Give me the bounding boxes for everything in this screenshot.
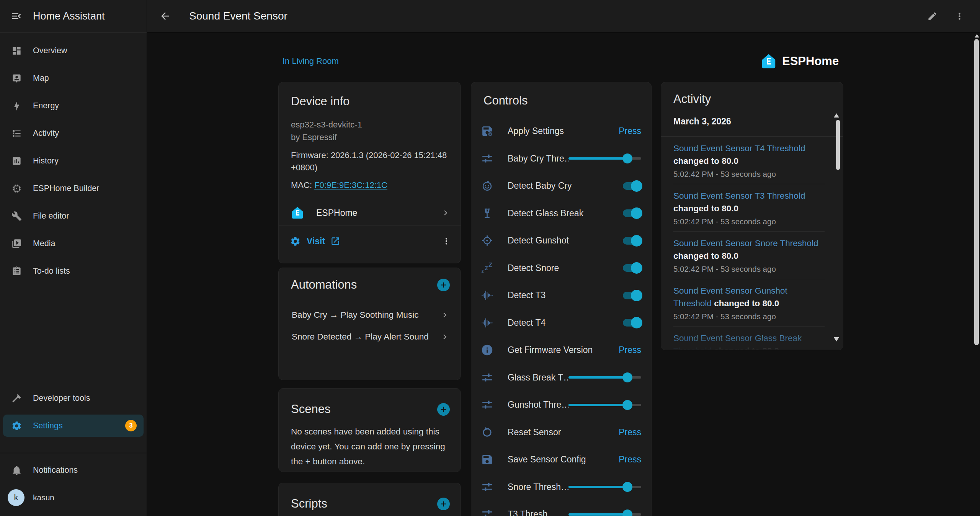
device-model: esp32-s3-devkitc-1 (291, 118, 448, 131)
save-cog-icon (481, 125, 493, 137)
detect-baby-cry-toggle[interactable] (623, 180, 641, 192)
detect-t3-toggle[interactable] (623, 290, 641, 301)
page-title: Sound Event Sensor (189, 10, 287, 22)
automation-item[interactable]: Snore Detected → Play Alert Sound (279, 326, 461, 348)
automation-item[interactable]: Baby Cry → Play Soothing Music (279, 304, 461, 326)
sidebar-item-label: File editor (33, 211, 69, 221)
zzz-sleep-icon: zZZ (481, 262, 493, 274)
scripts-card: Scripts (278, 483, 461, 516)
activity-entry[interactable]: Sound Event Sensor Glass Break Threshold… (673, 327, 825, 350)
svg-text:Z: Z (488, 262, 492, 268)
play-box-icon (11, 238, 22, 249)
lightning-icon (11, 101, 22, 111)
entry-action: changed to 80.0 (673, 204, 738, 213)
sidebar-item-label: Overview (33, 46, 67, 56)
visit-button[interactable]: Visit (307, 236, 325, 247)
activity-scroll-up-arrow[interactable] (834, 113, 839, 118)
entry-action: changed to 80.0 (714, 346, 779, 350)
pencil-icon[interactable] (927, 11, 938, 21)
sidebar-item-todo-lists[interactable]: To-do lists (0, 257, 147, 285)
gunshot-threshold-slider[interactable] (568, 400, 641, 410)
detect-snore-toggle[interactable] (623, 262, 641, 274)
info-icon (481, 344, 493, 356)
activity-entry[interactable]: Sound Event Sensor T3 Threshold changed … (673, 184, 825, 232)
svg-text:Z: Z (485, 265, 488, 271)
press-button[interactable]: Press (619, 454, 641, 465)
control-label: Apply Settings (508, 126, 619, 136)
press-button[interactable]: Press (619, 345, 641, 355)
top-bar-actions (927, 11, 980, 21)
page-scroll-up-arrow[interactable] (975, 34, 979, 38)
sidebar-item-energy[interactable]: Energy (0, 92, 147, 119)
entity-link[interactable]: Sound Event Sensor Snore Threshold (673, 238, 818, 248)
sidebar-item-label: Activity (33, 129, 59, 138)
sidebar-item-activity[interactable]: Activity (0, 119, 147, 147)
entity-link[interactable]: Sound Event Sensor T3 Threshold (673, 191, 805, 201)
svg-text:z: z (481, 268, 483, 274)
control-row-detect-t4: Detect T4 (471, 309, 651, 337)
page-scrollbar-thumb[interactable] (974, 39, 979, 345)
sidebar-item-media[interactable]: Media (0, 230, 147, 257)
detect-gunshot-toggle[interactable] (623, 235, 641, 247)
activity-entry[interactable]: Sound Event Sensor Snore Threshold chang… (673, 232, 825, 279)
kebab-menu-icon[interactable] (954, 11, 965, 21)
activity-date: March 3, 2026 (673, 116, 831, 127)
sidebar-item-developer-tools[interactable]: Developer tools (0, 384, 147, 412)
activity-scrollbar-thumb[interactable] (836, 120, 840, 170)
device-mac: MAC: F0:9E:9E:3C:12:1C (291, 180, 448, 190)
app-title: Home Assistant (33, 10, 105, 22)
entry-time: 5:02:42 PM - 53 seconds ago (673, 170, 825, 179)
automations-card: Automations Baby Cry → Play Soothing Mus… (278, 268, 461, 380)
control-label: Detect Baby Cry (508, 181, 623, 191)
settings-active-row[interactable]: Settings 3 (3, 415, 144, 437)
t3-threshold-slider[interactable] (568, 509, 641, 516)
sidebar-item-map[interactable]: Map (0, 64, 147, 92)
scripts-head: Scripts (279, 483, 461, 511)
glass-break-threshold-slider[interactable] (568, 372, 641, 383)
integration-row[interactable]: ESPHome (279, 201, 461, 225)
baby-cry-threshold-slider[interactable] (568, 153, 641, 164)
sidebar-item-overview[interactable]: Overview (0, 37, 147, 64)
entry-time: 5:02:42 PM - 53 seconds ago (673, 312, 825, 321)
activity-entry[interactable]: Sound Event Sensor Gunshot Threshold cha… (673, 279, 825, 327)
add-script-button[interactable] (437, 498, 450, 510)
mac-label: MAC: (291, 180, 312, 190)
entity-link[interactable]: Sound Event Sensor T4 Threshold (673, 144, 805, 153)
scenes-empty-text: No scenes have been added using this dev… (291, 424, 448, 469)
sidebar-item-notifications[interactable]: Notifications (0, 456, 147, 484)
sidebar-user[interactable]: k kasun (0, 484, 147, 511)
mac-link[interactable]: F0:9E:9E:3C:12:1C (314, 180, 387, 190)
sidebar-item-file-editor[interactable]: File editor (0, 202, 147, 230)
snore-threshold-slider[interactable] (568, 482, 641, 492)
activity-scroll-down-arrow[interactable] (834, 337, 839, 341)
control-label: Get Firmware Version (508, 345, 619, 355)
sidebar-item-label: Developer tools (33, 394, 90, 403)
control-row-gunshot-threshold: Gunshot Thre… (471, 391, 651, 419)
sidebar-item-history[interactable]: History (0, 147, 147, 175)
device-firmware: Firmware: 2026.1.3 (2026-02-26 15:21:48 … (291, 149, 448, 174)
settings-badge: 3 (125, 420, 137, 431)
device-info-title: Device info (291, 95, 448, 108)
back-arrow-icon[interactable] (159, 10, 171, 22)
restart-icon (481, 426, 493, 439)
sidebar-item-esphome-builder[interactable]: ESPHome Builder (0, 175, 147, 202)
detect-glass-break-toggle[interactable] (623, 207, 641, 219)
wrench-icon (11, 211, 22, 221)
device-kebab-icon[interactable] (441, 236, 451, 246)
sidebar-item-label: Energy (33, 101, 59, 111)
area-link[interactable]: In Living Room (283, 56, 339, 66)
press-button[interactable]: Press (619, 126, 641, 136)
control-label: Detect T3 (508, 290, 623, 300)
menu-toggle-icon[interactable] (11, 10, 22, 22)
add-automation-button[interactable] (437, 279, 450, 291)
entry-action: changed to 80.0 (714, 299, 779, 308)
control-row-get-firmware-version: Get Firmware Version Press (471, 336, 651, 364)
press-button[interactable]: Press (619, 427, 641, 438)
entry-time: 5:02:42 PM - 53 seconds ago (673, 217, 825, 226)
activity-entry[interactable]: Sound Event Sensor T4 Threshold changed … (673, 137, 825, 184)
add-scene-button[interactable] (437, 403, 450, 416)
sidebar-item-settings[interactable]: Settings 3 (0, 415, 147, 442)
tune-icon (481, 371, 493, 384)
detect-t4-toggle[interactable] (623, 317, 641, 328)
integration-label: ESPHome (316, 208, 441, 218)
